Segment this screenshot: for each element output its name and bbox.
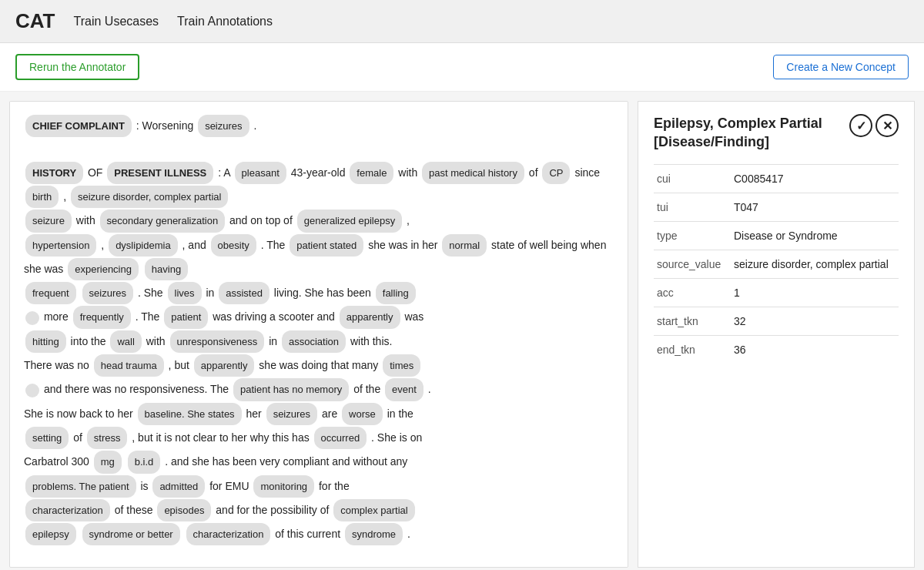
text-but: , but bbox=[169, 359, 192, 371]
tag-baseline[interactable]: baseline. She states bbox=[138, 403, 242, 425]
field-row-acc: acc 1 bbox=[654, 278, 899, 307]
text-into: into the bbox=[71, 335, 109, 347]
tag-complex-partial[interactable]: complex partial bbox=[333, 499, 414, 521]
text-living: living. She has been bbox=[274, 287, 374, 299]
tag-normal[interactable]: normal bbox=[442, 234, 487, 256]
tag-apparently-2[interactable]: apparently bbox=[194, 354, 255, 377]
toolbar: Rerun the Annotator Create a New Concept bbox=[0, 43, 924, 92]
tag-association[interactable]: association bbox=[282, 330, 346, 353]
chief-complaint-section: CHIEF COMPLAINT : Worsening seizures . bbox=[24, 114, 614, 138]
text-carbatrol: Carbatrol 300 bbox=[24, 455, 92, 468]
field-label: start_tkn bbox=[654, 307, 731, 335]
tag-frequently[interactable]: frequently bbox=[73, 306, 131, 328]
tag-past-medical-history[interactable]: past medical history bbox=[422, 162, 524, 184]
text-in: in bbox=[269, 335, 280, 347]
concept-header: Epilepsy, Complex Partial [Disease/Findi… bbox=[654, 114, 899, 152]
text-of-event: of the bbox=[353, 383, 383, 395]
text-driving: was driving a scooter and bbox=[213, 310, 338, 323]
tag-monitoring[interactable]: monitoring bbox=[253, 475, 314, 498]
field-row-type: type Disease or Syndrome bbox=[654, 221, 899, 250]
tag-apparently-1[interactable]: apparently bbox=[340, 306, 400, 328]
nav-train-usecases[interactable]: Train Usecases bbox=[74, 15, 159, 28]
tag-obesity[interactable]: obesity bbox=[211, 234, 256, 256]
text-the: . The bbox=[261, 239, 289, 251]
tag-patient[interactable]: patient bbox=[164, 306, 208, 328]
tag-cp[interactable]: CP bbox=[542, 162, 570, 184]
accept-button[interactable]: ✓ bbox=[849, 114, 872, 137]
tag-birth[interactable]: birth bbox=[25, 186, 59, 208]
field-value: Disease or Syndrome bbox=[731, 221, 899, 250]
text-the-patient: . The bbox=[136, 310, 163, 323]
tag-having[interactable]: having bbox=[145, 258, 188, 280]
side-panel: Epilepsy, Complex Partial [Disease/Findi… bbox=[638, 101, 915, 568]
text-and-no-resp: and there was no responsiveness. The bbox=[44, 383, 232, 395]
tag-dyslipidemia-1[interactable]: dyslipidemia bbox=[109, 234, 178, 256]
tag-experiencing[interactable]: experiencing bbox=[68, 258, 139, 280]
tag-secondary-gen[interactable]: secondary generalization bbox=[100, 210, 226, 232]
field-label: tui bbox=[654, 193, 731, 221]
tag-seizures-3[interactable]: seizures bbox=[266, 403, 317, 425]
text-is: is bbox=[140, 480, 151, 492]
tag-characterization-1[interactable]: characterization bbox=[25, 499, 110, 521]
tag-bid[interactable]: b.i.d bbox=[128, 451, 161, 473]
tag-falling[interactable]: falling bbox=[376, 282, 416, 304]
text-and-on-top: and on top of bbox=[229, 214, 296, 226]
tag-characterization-2[interactable]: characterization bbox=[186, 523, 271, 545]
tag-lives[interactable]: lives bbox=[168, 282, 202, 304]
tag-pleasant[interactable]: pleasant bbox=[235, 162, 286, 184]
text-in-the: in the bbox=[387, 407, 413, 420]
text-she-was: she was in her bbox=[368, 239, 440, 251]
nav-train-annotations[interactable]: Train Annotations bbox=[177, 15, 273, 28]
tag-chief-complaint[interactable]: CHIEF COMPLAINT bbox=[25, 115, 132, 137]
tag-patient-no-memory[interactable]: patient has no memory bbox=[233, 378, 349, 401]
create-new-concept-button[interactable]: Create a New Concept bbox=[773, 55, 909, 79]
field-label: acc bbox=[654, 278, 731, 307]
tag-stress[interactable]: stress bbox=[87, 427, 128, 449]
tag-occurred[interactable]: occurred bbox=[314, 427, 367, 449]
text-of-1: OF bbox=[88, 166, 105, 179]
field-value: 36 bbox=[731, 335, 899, 364]
tag-hypertension-1[interactable]: hypertension bbox=[25, 234, 96, 256]
tag-setting[interactable]: setting bbox=[25, 427, 69, 449]
tag-gen-epilepsy[interactable]: generalized epilepsy bbox=[297, 210, 403, 232]
tag-syndrome-or-better[interactable]: syndrome or better bbox=[82, 523, 180, 545]
tag-seizures-1[interactable]: seizures bbox=[198, 115, 249, 137]
tag-episodes[interactable]: episodes bbox=[157, 499, 211, 521]
text-more: more bbox=[44, 310, 72, 323]
field-value: T047 bbox=[731, 193, 899, 221]
tag-unresponsiveness-1[interactable]: unresponsiveness bbox=[170, 330, 265, 353]
tag-seizures-2[interactable]: seizures bbox=[82, 282, 133, 304]
tag-assisted[interactable]: assisted bbox=[219, 282, 270, 304]
text-of-2: of bbox=[529, 166, 541, 179]
tag-seizure-disorder[interactable]: seizure disorder, complex partial bbox=[71, 186, 228, 208]
tag-hitting[interactable]: hitting bbox=[25, 330, 66, 353]
tag-admitted[interactable]: admitted bbox=[152, 475, 205, 498]
tag-worse[interactable]: worse bbox=[342, 403, 383, 425]
tag-head-trauma[interactable]: head trauma bbox=[94, 354, 164, 377]
tag-present-illness[interactable]: PRESENT ILLNESS bbox=[107, 162, 213, 184]
text-compliant: . and she has been very compliant and wi… bbox=[165, 455, 407, 468]
tag-times[interactable]: times bbox=[383, 354, 420, 377]
reject-button[interactable]: ✕ bbox=[875, 114, 899, 137]
text-with: with bbox=[398, 166, 420, 179]
field-label: cui bbox=[654, 164, 731, 193]
tag-history[interactable]: HISTORY bbox=[25, 162, 83, 184]
text-and: , and bbox=[182, 239, 209, 251]
field-label: type bbox=[654, 221, 731, 250]
text-for-emu: for EMU bbox=[209, 480, 252, 492]
tag-wall[interactable]: wall bbox=[110, 330, 141, 353]
tag-syndrome-2[interactable]: syndrome bbox=[345, 523, 403, 545]
tag-problems[interactable]: problems. The patient bbox=[25, 475, 136, 498]
rerun-annotator-button[interactable]: Rerun the Annotator bbox=[15, 54, 139, 80]
field-row-tui: tui T047 bbox=[654, 193, 899, 221]
fields-table: cui C0085417 tui T047 type Disease or Sy… bbox=[654, 164, 899, 364]
tag-event[interactable]: event bbox=[385, 378, 424, 401]
tag-patient-stated[interactable]: patient stated bbox=[290, 234, 363, 256]
tag-female[interactable]: female bbox=[350, 162, 393, 184]
tag-mg[interactable]: mg bbox=[94, 451, 122, 473]
field-row-end_tkn: end_tkn 36 bbox=[654, 335, 899, 364]
tag-epilepsy[interactable]: epilepsy bbox=[25, 523, 76, 545]
tag-frequent[interactable]: frequent bbox=[25, 282, 76, 304]
tag-seizure[interactable]: seizure bbox=[25, 210, 72, 232]
text-period-2: . bbox=[428, 383, 431, 395]
